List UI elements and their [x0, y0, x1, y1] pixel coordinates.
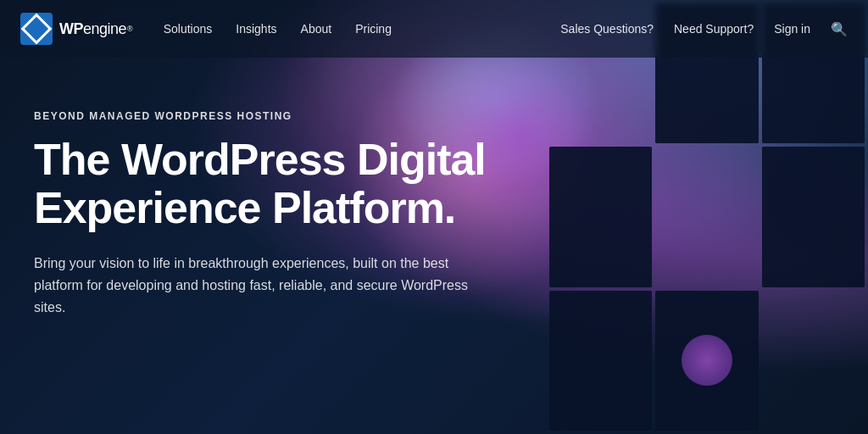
nav-about[interactable]: About: [301, 22, 332, 36]
nav-support[interactable]: Need Support?: [674, 22, 754, 36]
hero-content: BEYOND MANAGED WORDPRESS HOSTING The Wor…: [34, 110, 526, 318]
logo-wp: WP: [59, 20, 83, 38]
search-icon[interactable]: 🔍: [831, 21, 848, 37]
geo-cell-6: [762, 147, 865, 287]
geo-circle: [682, 335, 732, 386]
hero-subtitle: Bring your vision to life in breakthroug…: [34, 253, 475, 318]
logo-engine: engine: [83, 20, 126, 38]
nav-solutions[interactable]: Solutions: [164, 22, 213, 36]
logo[interactable]: WP engine ®: [20, 13, 133, 45]
geo-cell-9: [762, 291, 865, 431]
geo-grid: [546, 0, 868, 434]
logo-icon: [20, 13, 53, 45]
navbar: WP engine ® Solutions Insights About Pri…: [0, 0, 868, 58]
geo-cell-4: [549, 147, 652, 287]
nav-right: Sales Questions? Need Support? Sign in 🔍: [560, 21, 848, 37]
geo-cell-5: [655, 147, 758, 287]
hero-eyebrow: BEYOND MANAGED WORDPRESS HOSTING: [34, 110, 526, 122]
geo-cell-8: [655, 291, 758, 431]
nav-pricing[interactable]: Pricing: [355, 22, 392, 36]
nav-insights[interactable]: Insights: [236, 22, 276, 36]
hero-title: The WordPress Digital Experience Platfor…: [34, 136, 526, 232]
nav-left: Solutions Insights About Pricing: [164, 22, 561, 36]
nav-signin[interactable]: Sign in: [774, 22, 810, 36]
logo-registered: ®: [127, 25, 133, 33]
hero-section: WP engine ® Solutions Insights About Pri…: [0, 0, 868, 434]
logo-text: WP engine ®: [59, 20, 133, 38]
nav-sales[interactable]: Sales Questions?: [560, 22, 654, 36]
geo-cell-7: [549, 291, 652, 431]
